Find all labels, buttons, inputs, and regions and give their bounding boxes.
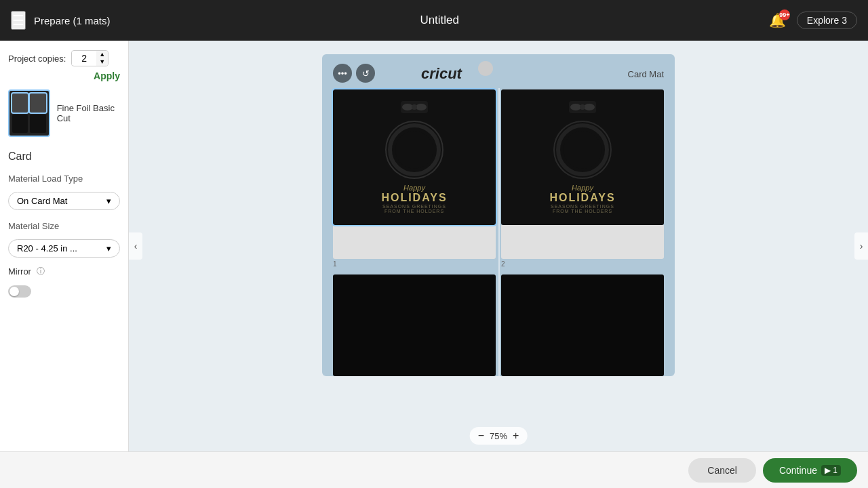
zoom-bar: − 75% + (470, 427, 528, 445)
holiday-text-2: Happy HOLIDAYS SEASONS GREETINGSFROM THE… (549, 184, 615, 214)
material-size-value: R20 - 4.25 in ... (17, 243, 77, 253)
mat-thumbnail (8, 89, 50, 137)
card-section-label: Card (8, 150, 120, 163)
zoom-out-button[interactable]: − (478, 430, 484, 442)
cell-number-2: 2 (501, 259, 664, 269)
cancel-button[interactable]: Cancel (688, 458, 756, 483)
scroll-left-button[interactable]: ‹ (129, 232, 142, 260)
card-slot-1[interactable]: Happy HOLIDAYS SEASONS GREETINGSFROM THE… (333, 89, 496, 225)
apply-button[interactable]: Apply (94, 70, 120, 81)
menu-button[interactable]: ☰ (11, 11, 26, 30)
cell-number-1: 1 (333, 259, 496, 269)
project-title: Untitled (420, 14, 459, 27)
mat-options-button[interactable]: ••• (333, 64, 352, 83)
mirror-row: Mirror ⓘ (8, 266, 120, 277)
bow-2 (569, 101, 596, 113)
continue-badge: ▶ 1 (821, 465, 841, 476)
topbar-left: ☰ Prepare (1 mats) (11, 11, 111, 30)
mat-preview: Fine Foil Basic Cut (8, 89, 120, 137)
svg-point-14 (395, 131, 433, 169)
thumb-cell-1 (12, 94, 28, 113)
copies-input-wrap: 2 ▲ ▼ (71, 50, 108, 66)
copies-decrement[interactable]: ▼ (96, 58, 108, 66)
card-insert-1 (333, 225, 496, 259)
mat-header: ••• ↺ cricut Card Mat (333, 65, 664, 83)
copies-spinner: ▲ ▼ (96, 51, 108, 66)
zoom-level: 75% (490, 431, 507, 441)
chevron-down-icon-2: ▾ (106, 243, 111, 253)
mirror-label: Mirror (8, 266, 31, 277)
mat-cell-2: Happy HOLIDAYS SEASONS GREETINGSFROM THE… (501, 89, 664, 269)
chevron-down-icon: ▾ (106, 196, 111, 206)
material-load-type-value: On Card Mat (17, 196, 67, 206)
info-icon[interactable]: ⓘ (37, 266, 45, 277)
explore-button[interactable]: Explore 3 (797, 12, 857, 29)
project-copies-label: Project copies: (8, 54, 66, 64)
card-slot-2[interactable]: Happy HOLIDAYS SEASONS GREETINGSFROM THE… (501, 89, 664, 225)
copies-input[interactable]: 2 (72, 52, 96, 65)
mat-indicator (478, 61, 493, 76)
material-size-dropdown[interactable]: R20 - 4.25 in ... ▾ (8, 239, 120, 258)
mirror-toggle[interactable] (8, 285, 31, 298)
sidebar: Project copies: 2 ▲ ▼ Apply Fine Foil Ba… (0, 41, 129, 451)
continue-button[interactable]: Continue ▶ 1 (763, 458, 857, 483)
mat-label: Fine Foil Basic Cut (57, 103, 120, 123)
notification-badge: 99+ (779, 9, 790, 20)
thumb-cell-2 (30, 94, 45, 113)
card-slot-4[interactable] (501, 274, 664, 376)
main-layout: Project copies: 2 ▲ ▼ Apply Fine Foil Ba… (0, 41, 868, 451)
card-insert-2 (501, 225, 664, 259)
scroll-right-button[interactable]: › (854, 232, 868, 260)
continue-label: Continue (779, 465, 817, 476)
project-copies-row: Project copies: 2 ▲ ▼ (8, 50, 120, 66)
material-size-label: Material Size (8, 221, 120, 231)
wreath-svg-2 (549, 116, 616, 184)
bow-1 (401, 101, 428, 113)
card-design-2: Happy HOLIDAYS SEASONS GREETINGSFROM THE… (501, 89, 664, 225)
mat-board: ••• ↺ cricut Card Mat (322, 54, 675, 376)
cricut-logo: cricut (421, 65, 462, 83)
mat-type-label: Card Mat (628, 69, 664, 79)
mat-refresh-button[interactable]: ↺ (356, 64, 375, 83)
wreath-svg-1 (380, 116, 448, 184)
holiday-text-1: Happy HOLIDAYS SEASONS GREETINGSFROM THE… (381, 184, 447, 214)
mat-cell-3 (333, 274, 496, 376)
mat-cell-1: Happy HOLIDAYS SEASONS GREETINGSFROM THE… (333, 89, 496, 269)
svg-point-29 (564, 131, 601, 169)
topbar: ☰ Prepare (1 mats) Untitled 🔔 99+ Explor… (0, 0, 868, 41)
refresh-icon: ↺ (362, 68, 370, 79)
material-load-type-dropdown[interactable]: On Card Mat ▾ (8, 192, 120, 210)
material-load-type-label: Material Load Type (8, 174, 120, 184)
card-design-1: Happy HOLIDAYS SEASONS GREETINGSFROM THE… (333, 89, 496, 225)
app-title: Prepare (1 mats) (34, 15, 111, 26)
copies-increment[interactable]: ▲ (96, 51, 108, 58)
zoom-in-button[interactable]: + (513, 430, 519, 442)
thumb-cell-3 (12, 115, 28, 134)
topbar-right: 🔔 99+ Explore 3 (769, 12, 857, 29)
mat-cell-4 (501, 274, 664, 376)
mat-grid: Happy HOLIDAYS SEASONS GREETINGSFROM THE… (333, 89, 664, 376)
notification-button[interactable]: 🔔 99+ (769, 12, 786, 28)
ellipsis-icon: ••• (338, 68, 347, 79)
bottom-bar: Cancel Continue ▶ 1 (0, 451, 868, 488)
canvas-area: ••• ↺ cricut Card Mat (129, 41, 868, 451)
thumb-cell-4 (30, 115, 45, 134)
toggle-knob (9, 287, 19, 296)
card-slot-3[interactable] (333, 274, 496, 376)
mat-container: ••• ↺ cricut Card Mat (129, 41, 868, 451)
